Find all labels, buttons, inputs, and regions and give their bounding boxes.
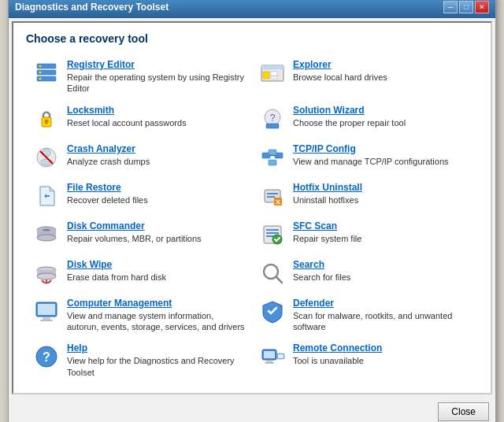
tool-item-disk-commander[interactable]: Disk Commander Repair volumes, MBR, or p…: [26, 216, 252, 254]
tool-link-computer-management[interactable]: Computer Management: [67, 298, 246, 309]
tool-desc-disk-commander: Repair volumes, MBR, or partitions: [67, 234, 202, 243]
svg-rect-10: [271, 76, 277, 79]
filerestore-icon: [32, 182, 61, 210]
tool-item-file-restore[interactable]: File Restore Recover deleted files: [26, 177, 252, 216]
tool-link-remote-connection[interactable]: Remote Connection: [293, 342, 472, 354]
tool-link-registry-editor[interactable]: Registry Editor: [67, 59, 246, 70]
tool-item-hotfix-uninstall[interactable]: ✕ Hotfix Uninstall Uninstall hotfixes: [252, 177, 478, 216]
tool-item-registry-editor[interactable]: Registry Editor Repair the operating sys…: [26, 54, 252, 100]
registry-icon: [32, 59, 61, 87]
tool-link-help[interactable]: Help: [67, 342, 246, 354]
svg-text:✕: ✕: [275, 198, 281, 206]
tool-link-explorer[interactable]: Explorer: [293, 59, 472, 70]
svg-point-4: [39, 72, 42, 74]
title-bar: Diagnostics and Recovery Toolset ─ □ ✕: [9, 0, 495, 18]
svg-point-44: [37, 273, 56, 279]
svg-marker-27: [50, 187, 54, 191]
title-controls: ─ □ ✕: [443, 1, 489, 13]
tool-item-locksmith[interactable]: Locksmith Reset local account passwords: [26, 100, 252, 139]
tool-desc-sfc-scan: Repair system file: [293, 234, 361, 243]
crash-icon: [32, 143, 61, 172]
minimize-button[interactable]: ─: [443, 1, 458, 13]
tool-item-computer-management[interactable]: Computer Management View and manage syst…: [26, 293, 252, 339]
tool-desc-help: View help for the Diagnostics and Recove…: [67, 356, 235, 376]
tool-desc-file-restore: Recover deleted files: [67, 195, 148, 205]
footer: Close: [9, 398, 495, 422]
window-close-button[interactable]: ✕: [475, 1, 489, 13]
svg-rect-55: [264, 351, 275, 358]
solution-icon: ?: [258, 105, 287, 133]
svg-rect-57: [265, 362, 274, 364]
tool-desc-explorer: Browse local hard drives: [293, 72, 387, 82]
main-window: Diagnostics and Recovery Toolset ─ □ ✕ C…: [8, 0, 496, 422]
tool-link-search[interactable]: Search: [293, 259, 472, 270]
tool-item-sfc-scan[interactable]: SFC Scan Repair system file: [252, 216, 478, 254]
tool-desc-solution-wizard: Choose the proper repair tool: [293, 118, 406, 128]
tool-link-disk-wipe[interactable]: Disk Wipe: [67, 259, 246, 270]
computer-icon: [32, 298, 61, 326]
tool-item-tcpip-config[interactable]: TCP/IP Config View and manage TCP/IP con…: [252, 139, 478, 177]
tcpip-icon: [258, 143, 287, 172]
tool-desc-remote-connection: Tool is unavailable: [293, 356, 364, 365]
svg-line-47: [276, 277, 282, 283]
svg-text:?: ?: [270, 113, 276, 124]
locksmith-icon: [32, 105, 61, 133]
close-button[interactable]: Close: [438, 402, 489, 421]
svg-rect-30: [267, 196, 275, 198]
tool-item-help[interactable]: ? Help View help for the Diagnostics and…: [26, 338, 252, 383]
tool-desc-crash-analyzer: Analyze crash dumps: [67, 157, 150, 166]
svg-rect-38: [266, 229, 279, 231]
disk-icon: [32, 220, 61, 249]
svg-rect-8: [263, 72, 269, 79]
svg-rect-51: [40, 320, 53, 321]
svg-point-3: [39, 65, 42, 68]
svg-rect-59: [278, 354, 284, 358]
search-icon: [258, 259, 287, 287]
tool-link-locksmith[interactable]: Locksmith: [67, 105, 246, 116]
tool-item-explorer[interactable]: Explorer Browse local hard drives: [252, 54, 478, 100]
svg-text:?: ?: [43, 350, 50, 364]
tool-link-crash-analyzer[interactable]: Crash Analyzer: [67, 143, 246, 154]
tool-item-disk-wipe[interactable]: Disk Wipe Erase data from hard disk: [26, 254, 252, 293]
tool-link-solution-wizard[interactable]: Solution Wizard: [293, 105, 472, 116]
remote-icon: [258, 342, 287, 371]
tool-link-disk-commander[interactable]: Disk Commander: [67, 220, 246, 231]
diskwipe-icon: [32, 259, 61, 287]
maximize-button[interactable]: □: [459, 1, 473, 13]
window-title: Diagnostics and Recovery Toolset: [15, 2, 169, 13]
svg-rect-7: [261, 65, 284, 69]
explorer-icon: [258, 59, 287, 87]
tool-item-solution-wizard[interactable]: ? Solution Wizard Choose the proper repa…: [252, 100, 478, 139]
tool-link-tcpip-config[interactable]: TCP/IP Config: [293, 143, 472, 154]
svg-rect-49: [38, 304, 55, 315]
svg-rect-56: [266, 361, 272, 362]
svg-rect-29: [267, 193, 278, 194]
sfc-icon: [258, 220, 287, 249]
tool-link-sfc-scan[interactable]: SFC Scan: [293, 220, 472, 231]
defender-icon: [258, 298, 287, 326]
page-title: Choose a recovery tool: [26, 32, 478, 45]
svg-rect-25: [269, 160, 276, 165]
tool-item-crash-analyzer[interactable]: Crash Analyzer Analyze crash dumps: [26, 139, 252, 177]
tool-desc-disk-wipe: Erase data from hard disk: [67, 272, 166, 282]
svg-point-36: [43, 228, 50, 231]
tool-item-defender[interactable]: Defender Scan for malware, rootkits, and…: [252, 293, 478, 339]
tool-desc-hotfix-uninstall: Uninstall hotfixes: [293, 195, 358, 205]
tool-desc-search: Search for files: [293, 272, 350, 282]
tool-link-hotfix-uninstall[interactable]: Hotfix Uninstall: [293, 182, 472, 193]
tool-link-file-restore[interactable]: File Restore: [67, 182, 246, 193]
tool-desc-locksmith: Reset local account passwords: [67, 118, 187, 128]
svg-rect-16: [266, 124, 279, 128]
svg-point-5: [39, 78, 42, 80]
tool-desc-defender: Scan for malware, rootkits, and unwanted…: [293, 311, 452, 331]
tool-desc-tcpip-config: View and manage TCP/IP configurations: [293, 157, 449, 166]
svg-rect-13: [46, 122, 47, 124]
tools-grid: Registry Editor Repair the operating sys…: [26, 54, 478, 383]
svg-point-35: [37, 235, 56, 241]
tool-item-remote-connection[interactable]: Remote Connection Tool is unavailable: [252, 338, 478, 383]
tool-item-search[interactable]: Search Search for files: [252, 254, 478, 293]
tool-desc-registry-editor: Repair the operating system by using Reg…: [67, 72, 244, 93]
content-area: Choose a recovery tool Registry Editor R…: [12, 21, 492, 394]
tool-link-defender[interactable]: Defender: [293, 298, 472, 309]
svg-rect-24: [269, 150, 276, 155]
